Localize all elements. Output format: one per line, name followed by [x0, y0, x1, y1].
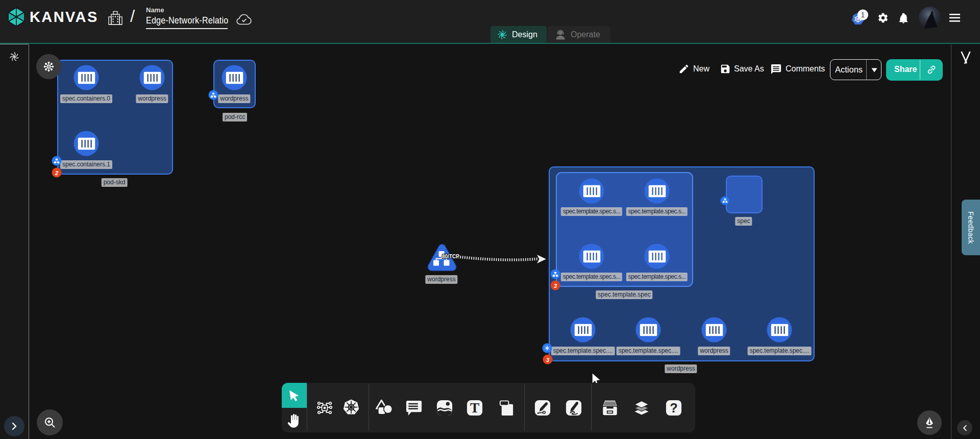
svg-text:1: 1	[861, 11, 865, 19]
svg-text:?: ?	[670, 401, 677, 415]
svg-text:T: T	[470, 400, 479, 416]
